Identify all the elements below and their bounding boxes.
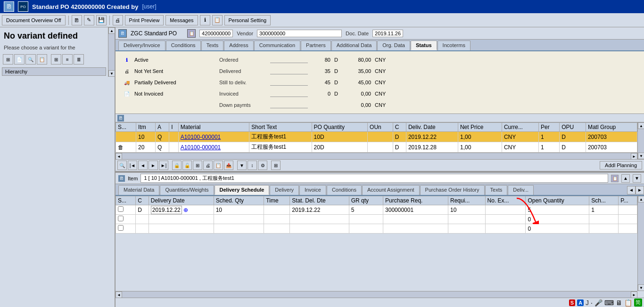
tb-next[interactable]: ► (149, 161, 158, 170)
left-tb-7[interactable]: ≣ (74, 54, 84, 65)
sched-cell-stat-del (290, 224, 349, 234)
sched-cell-requi: 10 (448, 205, 485, 215)
cell-net-price: 1,00 (458, 132, 502, 142)
tab-invoice[interactable]: Invoice (299, 185, 326, 195)
schedule-row[interactable]: D 2019.12.22 ⊕ 10 2019.12.22 5 (116, 205, 637, 215)
detail-h-scrollbar[interactable]: ◄ ► (116, 291, 637, 298)
detail-h-track[interactable] (122, 291, 631, 298)
tb-icon1[interactable]: ⊞ (193, 161, 202, 170)
tb-sort[interactable]: ↕ (248, 161, 257, 170)
tab-item-deliv[interactable]: Deliv... (508, 185, 534, 195)
addl-planning-btn[interactable]: Addl Planning (600, 161, 642, 170)
tb-icon4[interactable]: 📤 (224, 161, 233, 170)
tab-partners[interactable]: Partners (301, 40, 331, 50)
still-deliv-qty: 45 (312, 80, 330, 85)
tab-conditions[interactable]: Conditions (166, 40, 201, 50)
col-net-price: Net Price (458, 123, 502, 132)
tab-quantities-weights[interactable]: Quantities/Weights (160, 185, 214, 195)
item-nav-up[interactable]: ▲ (621, 174, 630, 183)
tab-item-conditions[interactable]: Conditions (327, 185, 362, 195)
tb-config[interactable]: ⚙ (258, 161, 267, 170)
personal-setting-btn[interactable]: Personal Setting (224, 15, 271, 25)
left-tb-4[interactable]: 📋 (37, 54, 47, 65)
h-scroll-right[interactable]: ► (631, 153, 637, 159)
left-tb-3[interactable]: 🔍 (25, 54, 36, 65)
tb-lock[interactable]: 🔒 (172, 161, 182, 170)
tab-delivery-schedule[interactable]: Delivery Schedule (215, 185, 270, 195)
icon-btn-1[interactable]: 🖹 (72, 15, 82, 25)
tab-delivery[interactable]: Delivery (270, 185, 299, 195)
document-overview-btn[interactable]: Document Overview Off (2, 15, 66, 25)
h-scroll-left[interactable]: ◄ (116, 153, 122, 159)
print-icon-btn[interactable]: 🖨 (113, 15, 123, 25)
col-po-qty: PO Quantity (312, 123, 368, 132)
print-preview-btn[interactable]: Print Preview (125, 15, 164, 25)
col-oun: OUn (368, 123, 393, 132)
table-row[interactable]: 10 Q A10100-000001 工程服务test1 10D D 2019.… (116, 132, 637, 142)
detail-v-up[interactable]: ▲ (638, 196, 644, 202)
down-paymts-underline (270, 102, 308, 108)
detail-v-track[interactable] (638, 202, 644, 284)
detail-v-scrollbar[interactable]: ▲ ▼ (637, 196, 644, 291)
tb-unlock[interactable]: 🔓 (182, 161, 192, 170)
toolbar-sep-2 (109, 16, 110, 25)
icon-btn-3[interactable]: 💾 (96, 15, 107, 25)
messages-btn[interactable]: Messages (165, 15, 198, 25)
tb-expand[interactable]: ⊞ (271, 161, 281, 170)
cell-itm: 10 (136, 132, 156, 142)
items-table: S... Itm A I Material Short Text PO Quan… (116, 122, 637, 153)
tb-prev[interactable]: ◄ (138, 161, 148, 170)
left-tb-1[interactable]: ⊞ (3, 54, 13, 65)
tab-po-history[interactable]: Purchase Order History (420, 185, 485, 195)
sched-cell-time (264, 215, 290, 224)
cell-material[interactable]: A10100-000001 (178, 142, 249, 153)
tab-incoterms[interactable]: Incoterms (438, 40, 471, 50)
status-icons-col: ℹ Active 🖨 Not Yet Sent 🚚 Partially Deli… (123, 55, 186, 110)
schedule-row[interactable]: 0 (116, 224, 637, 234)
detail-h-right[interactable]: ► (631, 291, 637, 298)
left-tb-2[interactable]: 📄 (14, 54, 25, 65)
detail-h-left[interactable]: ◄ (116, 291, 122, 298)
detail-v-down[interactable]: ▼ (638, 284, 644, 291)
tb-icon3[interactable]: 📋 (214, 161, 223, 170)
tb-icon2[interactable]: 🖨 (203, 161, 213, 170)
po-copy-icon: 📋 (187, 29, 196, 38)
tb-last[interactable]: ►| (159, 161, 168, 170)
item-copy-icon: 📋 (611, 175, 619, 182)
items-v-scrollbar[interactable]: ▲ ▼ (637, 122, 644, 159)
tab-additional-data[interactable]: Additional Data (331, 40, 377, 50)
tb-filter[interactable]: ▼ (237, 161, 247, 170)
field-delivered: Delivered 35 D 35,00 CNY (219, 66, 391, 76)
tab-material-data[interactable]: Material Data (118, 185, 159, 195)
left-scroll-down[interactable]: ▼ (108, 70, 115, 77)
tab-account-assignment[interactable]: Account Assignment (362, 185, 420, 195)
icon-btn-4[interactable]: 📋 (212, 15, 223, 25)
left-tb-6[interactable]: ≡ (62, 54, 73, 65)
tab-delivery-invoice[interactable]: Delivery/Invoice (118, 40, 165, 50)
tb-search[interactable]: 🔍 (117, 161, 127, 170)
icon-btn-2[interactable]: ✎ (84, 15, 94, 25)
tab-nav-left[interactable]: ◄ (627, 186, 636, 194)
v-scroll-up[interactable]: ▲ (638, 122, 644, 129)
item-nav-down[interactable]: ▼ (633, 174, 641, 183)
cell-material[interactable]: A10100-000001 (178, 132, 249, 142)
left-tb-5[interactable]: ⊞ (51, 54, 61, 65)
cell-opu: D (560, 142, 586, 153)
v-scroll-down[interactable]: ▼ (638, 153, 644, 159)
tab-address[interactable]: Address (224, 40, 253, 50)
tab-texts[interactable]: Texts (201, 40, 224, 50)
schedule-row[interactable]: 0 (116, 215, 637, 224)
tab-status[interactable]: Status (411, 40, 437, 50)
tab-communication[interactable]: Communication (254, 40, 300, 50)
table-row[interactable]: 🗑 20 Q A10100-000001 工程服务test1 20D D 201… (116, 142, 637, 153)
tab-item-texts[interactable]: Texts (485, 185, 508, 195)
tab-org-data[interactable]: Org. Data (377, 40, 410, 50)
col-currency: Curre... (502, 123, 538, 132)
v-scroll-track[interactable] (638, 129, 644, 153)
left-scroll-up[interactable]: ▲ (108, 27, 115, 34)
tb-first[interactable]: |◄ (128, 161, 137, 170)
items-h-scrollbar[interactable]: ◄ ► (116, 153, 637, 159)
sched-cell-time (264, 224, 290, 234)
tab-nav-right[interactable]: ► (636, 186, 644, 194)
h-scroll-track[interactable] (122, 153, 631, 159)
